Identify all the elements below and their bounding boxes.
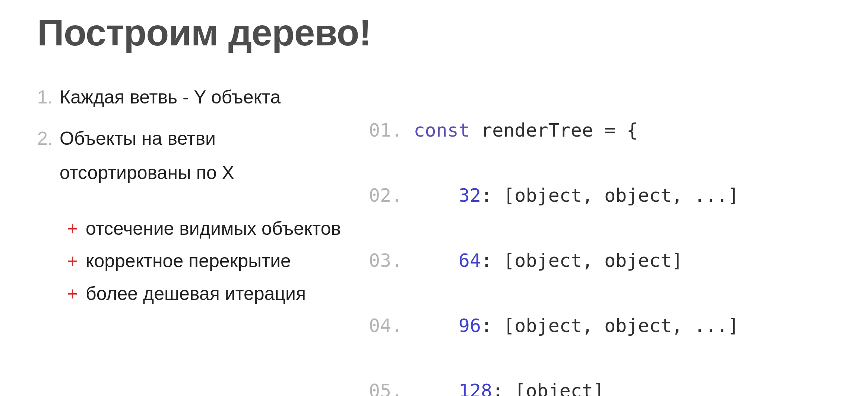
list-item: отсечение видимых объектов [67,213,346,245]
code-line: 01. const renderTree = { [369,114,831,147]
code-line: 04. 96: [object, object, ...] [369,310,831,342]
code-line: 03. 64: [object, object] [369,245,831,277]
code-number: 96 [459,315,481,336]
column-right: 01. const renderTree = { 02. 32: [object… [369,80,831,396]
numbered-list: Каждая ветвь - Y объекта Объекты на ветв… [37,80,346,190]
code-text: : [object] [492,380,604,396]
code-number: 64 [459,250,481,271]
code-text: : [object, object, ...] [481,185,739,206]
code-indent [402,250,447,271]
line-number: 04. [369,315,402,336]
code-indent [402,380,447,396]
line-number: 05. [369,380,402,396]
code-line: 02. 32: [object, object, ...] [369,179,831,212]
line-number: 02. [369,185,402,206]
code-indent [402,185,447,206]
slide-title: Построим дерево! [37,11,831,54]
code-number: 128 [459,380,492,396]
slide: Построим дерево! Каждая ветвь - Y объект… [0,0,868,396]
columns: Каждая ветвь - Y объекта Объекты на ветв… [37,80,831,396]
list-item: Объекты на ветви отсортированы по X [37,121,346,190]
code-keyword: const [414,119,470,141]
code-number: 32 [459,185,481,206]
code-text: : [object, object] [481,250,683,271]
code-text: renderTree = { [470,119,638,141]
line-number: 01. [369,119,402,141]
list-item: более дешевая итерация [67,278,346,310]
plus-list: отсечение видимых объектов корректное пе… [37,213,346,310]
code-indent [402,315,447,336]
code-text: : [object, object, ...] [481,315,739,336]
list-item: корректное перекрытие [67,245,346,278]
column-left: Каждая ветвь - Y объекта Объекты на ветв… [37,80,346,396]
list-item: Каждая ветвь - Y объекта [37,80,346,115]
code-block: 01. const renderTree = { 02. 32: [object… [369,82,831,396]
code-line: 05. 128: [object] [369,375,831,396]
line-number: 03. [369,250,402,271]
